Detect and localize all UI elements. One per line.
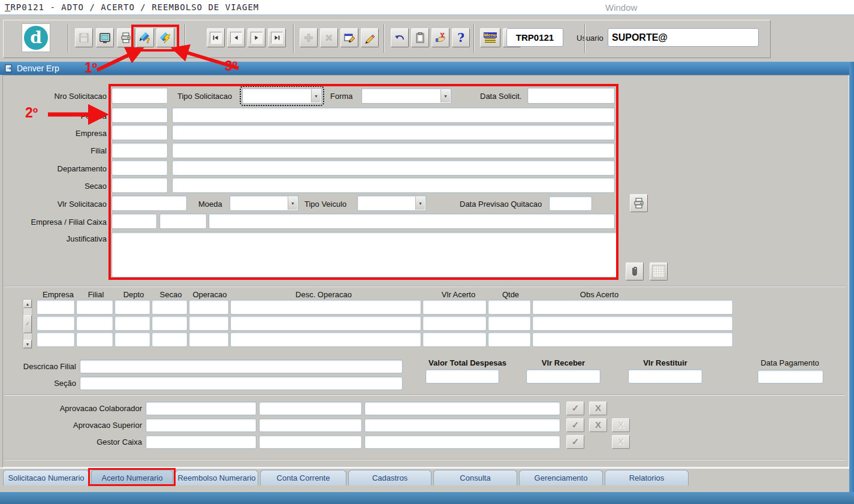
grid-cell[interactable] <box>114 300 150 315</box>
aprovacao-superior-input-1[interactable] <box>146 418 256 432</box>
screen-button[interactable] <box>96 28 114 47</box>
save-button[interactable] <box>75 28 93 47</box>
image-button[interactable] <box>650 262 668 280</box>
grid-cell[interactable] <box>76 332 113 347</box>
print-request-button[interactable] <box>630 194 648 212</box>
tab-conta-corrente[interactable]: Conta Corrente <box>260 470 346 485</box>
tab-relatorios[interactable]: Relatorios <box>605 470 689 485</box>
grid-cell[interactable] <box>76 300 113 315</box>
gestor-cancel-button[interactable]: X <box>612 435 630 449</box>
last-record-button[interactable] <box>268 28 286 47</box>
grid-scrollbar[interactable]: ▲ ∕∕ ▼ <box>23 299 32 349</box>
departamento-code-input[interactable] <box>111 160 168 176</box>
pessoa-code-input[interactable] <box>111 107 168 123</box>
grid-cell[interactable] <box>152 300 188 315</box>
grid-cell[interactable] <box>37 316 75 331</box>
scroll-up-icon[interactable]: ▲ <box>23 300 32 308</box>
grid-cell[interactable] <box>152 316 188 331</box>
grid-cell[interactable] <box>189 332 229 347</box>
colaborador-approve-button[interactable]: ✓ <box>566 402 584 415</box>
caixa-desc-input[interactable] <box>209 213 615 229</box>
secao-code-input[interactable] <box>111 177 168 193</box>
next-record-button[interactable] <box>248 28 265 47</box>
tab-acerto-numerario[interactable]: Acerto Numerario <box>91 470 173 485</box>
enter-query-button[interactable]: ? <box>136 28 154 47</box>
empresa-code-input[interactable] <box>111 125 168 140</box>
empresa-caixa-input[interactable] <box>111 213 157 229</box>
undo-button[interactable] <box>391 28 409 47</box>
secao-desc-input[interactable] <box>172 177 615 193</box>
gestor-caixa-input-1[interactable] <box>146 435 256 449</box>
tab-cadastros[interactable]: Cadastros <box>348 470 431 485</box>
gestor-caixa-input-3[interactable] <box>364 435 560 449</box>
edit-window-button[interactable] <box>340 28 358 47</box>
descricao-filial-input[interactable] <box>80 360 403 373</box>
filial-code-input[interactable] <box>111 143 168 158</box>
vlr-solicitacao-input[interactable] <box>111 195 187 211</box>
grid-cell[interactable] <box>423 332 487 347</box>
tipo-solicitacao-select[interactable]: ▼ <box>242 88 322 104</box>
pessoa-desc-input[interactable] <box>172 107 615 123</box>
aprovacao-superior-input-3[interactable] <box>364 418 560 432</box>
grid-cell[interactable] <box>76 316 113 331</box>
grid-cell[interactable] <box>114 316 150 331</box>
insert-record-button[interactable] <box>300 28 318 47</box>
justificativa-textarea[interactable] <box>111 232 617 277</box>
grid-cell[interactable] <box>532 332 733 347</box>
first-record-button[interactable] <box>207 28 225 47</box>
usuario-field[interactable]: SUPORTE@ <box>608 28 759 47</box>
data-solicit-input[interactable] <box>527 87 615 104</box>
attachment-button[interactable] <box>626 262 644 280</box>
empresa-desc-input[interactable] <box>172 125 615 140</box>
grid-cell[interactable] <box>488 332 531 347</box>
delete-record-button[interactable] <box>320 28 338 47</box>
scroll-down-icon[interactable]: ▼ <box>23 340 32 348</box>
tab-reembolso-numerario[interactable]: Reembolso Numerario <box>175 470 258 485</box>
grid-cell[interactable] <box>230 316 421 331</box>
filial-desc-input[interactable] <box>172 143 615 158</box>
secao-desc-input[interactable] <box>80 376 403 390</box>
aprovacao-colaborador-input-2[interactable] <box>259 402 362 415</box>
gestor-caixa-input-2[interactable] <box>259 435 362 449</box>
aprovacao-superior-input-2[interactable] <box>259 418 362 432</box>
grid-cell[interactable] <box>532 316 733 331</box>
grid-cell[interactable] <box>423 300 487 315</box>
aprovacao-colaborador-input-3[interactable] <box>364 402 560 415</box>
gestor-approve-button[interactable]: ✓ <box>566 435 584 449</box>
valor-total-despesas-input[interactable] <box>426 369 499 384</box>
execute-query-button[interactable] <box>156 28 174 47</box>
tipo-veiculo-select[interactable]: ▼ <box>357 195 426 211</box>
superior-approve-button[interactable]: ✓ <box>566 418 584 432</box>
superior-reject-button[interactable]: X <box>589 418 607 432</box>
colaborador-reject-button[interactable]: X <box>589 402 607 415</box>
aprovacao-colaborador-input-1[interactable] <box>146 402 256 415</box>
grid-cell[interactable] <box>230 300 421 315</box>
grid-cell[interactable] <box>488 316 531 331</box>
data-pagamento-input[interactable] <box>758 370 823 384</box>
scrollbar-thumb[interactable]: ∕∕ <box>23 315 32 333</box>
window-menu[interactable]: Window <box>605 2 637 13</box>
departamento-desc-input[interactable] <box>172 160 615 176</box>
tab-consulta[interactable]: Consulta <box>433 470 517 485</box>
grid-cell[interactable] <box>152 332 188 347</box>
vlr-restituir-input[interactable] <box>628 369 702 384</box>
menu-button[interactable]: Menu <box>480 28 500 47</box>
grid-cell[interactable] <box>189 300 229 315</box>
clipboard-button[interactable] <box>411 28 429 47</box>
grid-cell[interactable] <box>488 300 531 315</box>
forma-select[interactable]: ▼ <box>361 88 451 104</box>
superior-cancel-button[interactable]: X <box>612 418 630 432</box>
tab-solicitacao-numerario[interactable]: Solicitacao Numerario <box>3 470 89 485</box>
grid-cell[interactable] <box>189 316 229 331</box>
cut-button[interactable] <box>431 28 449 47</box>
grid-cell[interactable] <box>37 300 75 315</box>
help-button[interactable]: ? <box>452 28 470 47</box>
grid-cell[interactable] <box>230 332 421 347</box>
grid-cell[interactable] <box>37 332 75 347</box>
print-button[interactable] <box>117 28 135 47</box>
grid-cell[interactable] <box>532 300 733 315</box>
previous-record-button[interactable] <box>227 28 245 47</box>
filial-caixa-input[interactable] <box>159 213 207 229</box>
grid-cell[interactable] <box>423 316 487 331</box>
pencil-button[interactable] <box>361 28 379 47</box>
